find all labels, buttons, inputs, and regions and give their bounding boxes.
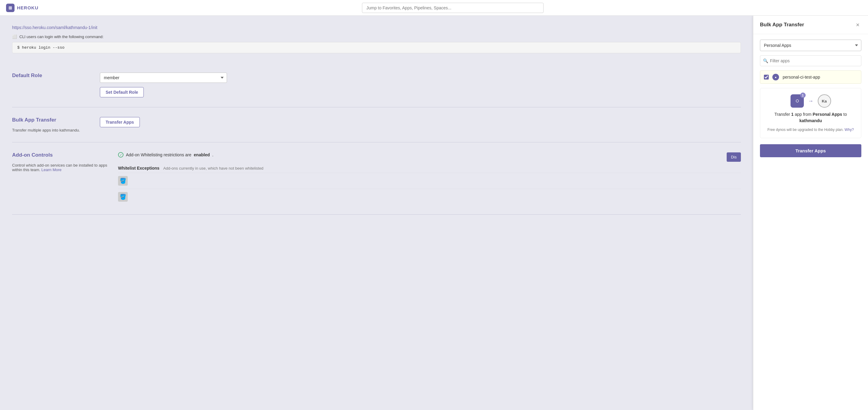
default-role-layout: Default Role member admin viewer collabo… xyxy=(12,73,741,97)
transfer-apps-button[interactable]: Transfer Apps xyxy=(100,117,140,127)
transfer-count-text: 1 xyxy=(791,112,794,117)
filter-input[interactable] xyxy=(760,55,861,66)
search-icon: 🔍 xyxy=(763,58,768,63)
addon-controls-layout: Add-on Controls Control which add-on ser… xyxy=(12,152,741,205)
transfer-note-text: Free dynos will be upgraded to the Hobby… xyxy=(768,128,844,132)
default-role-section: Default Role member admin viewer collabo… xyxy=(12,63,741,107)
arrow-icon: → xyxy=(808,98,813,104)
bulk-transfer-left: Bulk App Transfer Transfer multiple apps… xyxy=(12,117,91,132)
cli-label: CLI users can login with the following c… xyxy=(19,34,103,39)
center-panel: https://sso.heroku.com/saml/kathmandu-1/… xyxy=(0,16,753,410)
addon-status-bold: enabled xyxy=(194,152,210,157)
source-badge: 1 xyxy=(800,93,806,98)
source-select-wrap: Personal Apps Team Apps xyxy=(760,40,861,51)
bulk-transfer-desc: Transfer multiple apps into kathmandu. xyxy=(12,128,91,132)
panel-body: Personal Apps Team Apps 🔍 ● personal-ci-… xyxy=(753,34,868,410)
default-role-right: member admin viewer collaborator Set Def… xyxy=(91,73,741,97)
addon-controls-right: ✓ Add-on Whitelisting restrictions are e… xyxy=(109,152,741,205)
bulk-transfer-panel: Bulk App Transfer × Personal Apps Team A… xyxy=(753,16,868,410)
heroku-logo-icon: ⊞ xyxy=(6,4,14,12)
app-list: ● personal-ci-test-app xyxy=(760,70,861,84)
dest-icon: Ka xyxy=(818,94,831,108)
addon-item-1: 🪣 xyxy=(118,173,741,189)
panel-transfer-button[interactable]: Transfer Apps xyxy=(760,144,861,157)
bulk-transfer-section: Bulk App Transfer Transfer multiple apps… xyxy=(12,107,741,142)
addon-status-suffix: . xyxy=(212,152,213,157)
addon-status-text: Add-on Whitelisting restrictions are xyxy=(126,152,191,157)
panel-header: Bulk App Transfer × xyxy=(753,16,868,34)
top-navigation: ⊞ HEROKU xyxy=(0,0,868,16)
addon-controls-section: Add-on Controls Control which add-on ser… xyxy=(12,142,741,215)
app-item-personal-ci[interactable]: ● personal-ci-test-app xyxy=(760,70,861,84)
heroku-logo: ⊞ HEROKU xyxy=(6,4,38,12)
heroku-wordmark: HEROKU xyxy=(17,5,38,10)
cli-command-box: $ heroku login --sso xyxy=(12,42,741,53)
transfer-source-text: Personal Apps xyxy=(813,112,842,117)
default-role-select[interactable]: member admin viewer collaborator xyxy=(100,73,227,83)
global-search[interactable] xyxy=(362,3,544,13)
app-dot-icon: ● xyxy=(772,74,779,80)
set-default-role-button[interactable]: Set Default Role xyxy=(100,87,144,97)
addon-item-2: 🪣 xyxy=(118,189,741,205)
check-icon: ✓ xyxy=(118,152,123,158)
addon-icon-1: 🪣 xyxy=(118,176,128,186)
role-select-wrap: member admin viewer collaborator Set Def… xyxy=(100,73,227,97)
addon-controls-desc: Control which add-on services can be ins… xyxy=(12,163,109,172)
learn-more-link[interactable]: Learn More xyxy=(41,168,61,172)
default-role-left: Default Role xyxy=(12,73,91,97)
transfer-icons: 1 ⬡ → Ka xyxy=(790,94,831,108)
transfer-dest-text: kathmandu xyxy=(799,118,822,123)
filter-wrap: 🔍 xyxy=(760,55,861,66)
whitelist-label: Whitelist Exceptions xyxy=(118,166,159,171)
sso-section: https://sso.heroku.com/saml/kathmandu-1/… xyxy=(12,25,741,63)
transfer-preview: 1 ⬡ → Ka Transfer 1 app from Personal Ap… xyxy=(760,88,861,138)
source-select[interactable]: Personal Apps Team Apps xyxy=(760,40,861,51)
panel-title: Bulk App Transfer xyxy=(760,22,804,28)
main-content: https://sso.heroku.com/saml/kathmandu-1/… xyxy=(0,16,868,410)
bulk-transfer-layout: Bulk App Transfer Transfer multiple apps… xyxy=(12,117,741,132)
bulk-transfer-label: Bulk App Transfer xyxy=(12,117,91,123)
disable-button[interactable]: Dis xyxy=(727,152,741,162)
addon-controls-label: Add-on Controls xyxy=(12,152,109,158)
app-name-label: personal-ci-test-app xyxy=(783,75,820,79)
source-icon: 1 ⬡ xyxy=(790,94,804,108)
panel-close-button[interactable]: × xyxy=(854,21,861,28)
addon-controls-left: Add-on Controls Control which add-on ser… xyxy=(12,152,109,205)
sso-url-link[interactable]: https://sso.heroku.com/saml/kathmandu-1/… xyxy=(12,25,97,30)
search-input[interactable] xyxy=(362,3,544,13)
transfer-text: Transfer 1 app from Personal Apps to kat… xyxy=(766,111,855,124)
addon-status: ✓ Add-on Whitelisting restrictions are e… xyxy=(118,152,213,158)
app-checkbox[interactable] xyxy=(764,75,769,79)
terminal-icon: ⬜ xyxy=(12,34,17,39)
bulk-transfer-right: Transfer Apps xyxy=(91,117,741,132)
default-role-label: Default Role xyxy=(12,73,91,79)
whitelist-desc: Add-ons currently in use, which have not… xyxy=(163,166,263,171)
why-link[interactable]: Why? xyxy=(845,128,854,132)
transfer-note: Free dynos will be upgraded to the Hobby… xyxy=(768,128,854,132)
addon-icon-2: 🪣 xyxy=(118,192,128,202)
cli-note: ⬜ CLI users can login with the following… xyxy=(12,34,741,39)
cli-command: $ heroku login --sso xyxy=(17,45,64,50)
